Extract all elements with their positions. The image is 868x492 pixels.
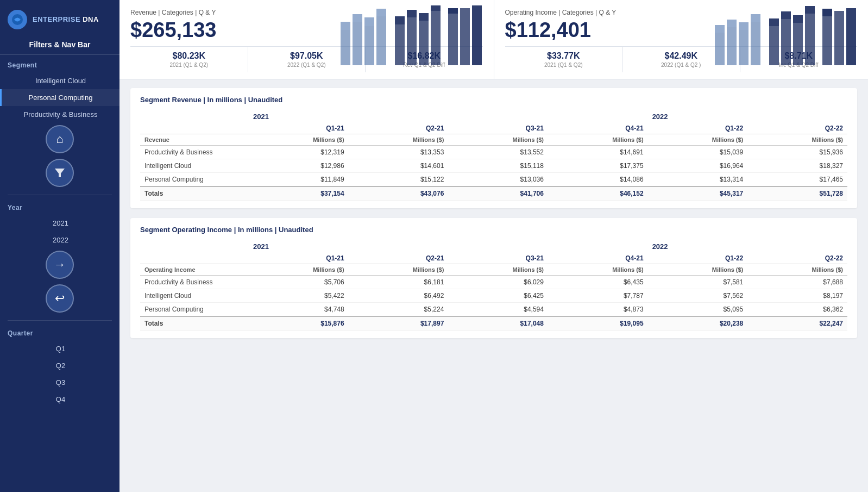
oi-totals-q1-21: $15,876: [249, 316, 349, 331]
oi-row-2-q2-21: $5,224: [349, 303, 449, 317]
sidebar-item-q1[interactable]: Q1: [0, 340, 119, 357]
filter-icon[interactable]: [46, 159, 74, 187]
svg-rect-7: [407, 17, 417, 65]
oi-row-1-label: Intelligent Cloud: [140, 289, 249, 303]
sidebar-divider-2: [8, 320, 112, 321]
rev-unit-q2-22: Millions ($): [747, 134, 847, 146]
revenue-kpi-0: $80.23K 2021 (Q1 & Q2): [130, 47, 248, 72]
svg-rect-39: [834, 11, 844, 65]
rev-row-0-q4-21: $14,691: [548, 146, 648, 159]
oi-row-2-q1-22: $5,095: [648, 303, 748, 317]
table-row: Personal Computing $4,748 $5,224 $4,594 …: [140, 303, 847, 317]
table-row: Intelligent Cloud $12,986 $14,601 $15,11…: [140, 159, 847, 173]
rev-totals-q1-21: $37,154: [249, 186, 349, 201]
back-icon[interactable]: ↩: [46, 284, 74, 313]
quarter-header-row: Q1-21 Q2-21 Q3-21 Q4-21 Q1-22 Q2-22: [140, 123, 847, 134]
sidebar-icon-row: ⌂: [0, 125, 119, 192]
svg-rect-3: [353, 22, 362, 65]
rev-q4-21-header: Q4-21: [548, 123, 648, 134]
segment-revenue-table: 2021 2022 Q1-21 Q2-21 Q3-21 Q4-21 Q1-22 …: [140, 110, 847, 201]
forward-icon[interactable]: →: [46, 251, 74, 279]
oi-row-2-label: Personal Computing: [140, 303, 249, 317]
svg-rect-9: [431, 11, 441, 65]
svg-rect-22: [715, 33, 725, 65]
rev-q3-21-header: Q3-21: [448, 123, 548, 134]
sidebar-item-q2[interactable]: Q2: [0, 357, 119, 374]
oi-2021-header: 2021: [249, 240, 648, 253]
oi-col-label-empty: [140, 253, 249, 264]
oi-totals-row: Totals $15,876 $17,897 $17,048 $19,095 $…: [140, 316, 847, 331]
rev-totals-label: Totals: [140, 186, 249, 201]
svg-rect-15: [407, 10, 417, 17]
oi-row-1-q2-21: $6,492: [349, 289, 449, 303]
sidebar-item-year-2021[interactable]: 2021: [0, 215, 119, 232]
svg-rect-10: [341, 22, 350, 30]
svg-rect-12: [364, 17, 374, 26]
rev-totals-q2-22: $51,728: [747, 186, 847, 201]
home-icon[interactable]: ⌂: [46, 125, 74, 153]
rev-empty-header: [140, 110, 249, 123]
sidebar-item-year-2022[interactable]: 2022: [0, 232, 119, 248]
rev-row-1-q2-22: $18,327: [747, 159, 847, 173]
rev-row-0-q2-21: $13,353: [349, 146, 449, 159]
sidebar-item-personal-computing[interactable]: Personal Computing: [0, 89, 119, 106]
svg-rect-4: [364, 26, 374, 65]
table-row: Productivity & Business $12,319 $13,353 …: [140, 146, 847, 159]
rev-unit-q4-21: Millions ($): [548, 134, 648, 146]
segment-revenue-section: Segment Revenue | In millions | Unaudite…: [130, 88, 857, 208]
oi-totals-q2-22: $22,247: [747, 316, 847, 331]
year-header-row: 2021 2022: [140, 110, 847, 123]
svg-rect-32: [739, 22, 749, 30]
rev-row-2-q2-21: $15,122: [349, 173, 449, 187]
oi-row-1-q2-22: $8,197: [747, 289, 847, 303]
oi-row-0-q2-22: $7,688: [747, 276, 847, 289]
rev-row-1-q4-21: $17,375: [548, 159, 648, 173]
oi-unit-q1-21: Millions ($): [249, 264, 349, 276]
svg-rect-17: [431, 5, 441, 11]
svg-rect-11: [353, 14, 362, 22]
rev-totals-q1-22: $45,317: [648, 186, 748, 201]
year-section-label: Year: [0, 197, 119, 215]
oi-q1-22-header: Q1-22: [648, 253, 748, 264]
segment-oi-table: 2021 2022 Q1-21 Q2-21 Q3-21 Q4-21 Q1-22 …: [140, 240, 847, 331]
oi-unit-q2-21: Millions ($): [349, 264, 449, 276]
operating-income-bar-chart: [709, 5, 861, 65]
svg-rect-27: [781, 19, 791, 65]
svg-rect-18: [448, 14, 458, 65]
rev-row-1-q1-21: $12,986: [249, 159, 349, 173]
oi-2022-header: 2022: [648, 240, 847, 253]
oi-row-1-q1-22: $7,562: [648, 289, 748, 303]
sidebar-item-productivity-business[interactable]: Productivity & Business: [0, 106, 119, 123]
svg-rect-19: [460, 8, 470, 65]
rev-row-1-q1-22: $16,964: [648, 159, 748, 173]
sidebar: ENTERPRISE DNA Filters & Nav Bar Segment…: [0, 0, 119, 492]
tables-area: Segment Revenue | In millions | Unaudite…: [119, 79, 868, 347]
oi-empty-header: [140, 240, 249, 253]
rev-unit-q1-21: Millions ($): [249, 134, 349, 146]
sidebar-item-q3[interactable]: Q3: [0, 374, 119, 391]
svg-rect-6: [395, 24, 405, 65]
oi-totals-q1-22: $20,238: [648, 316, 748, 331]
sidebar-item-q4[interactable]: Q4: [0, 391, 119, 408]
oi-row-0-q3-21: $6,029: [448, 276, 548, 289]
oi-row-2-q4-21: $4,873: [548, 303, 648, 317]
rev-2021-header: 2021: [249, 110, 648, 123]
oi-row-2-q1-21: $4,748: [249, 303, 349, 317]
svg-rect-34: [769, 18, 779, 26]
svg-rect-36: [793, 15, 803, 23]
sidebar-header: ENTERPRISE DNA: [0, 0, 119, 37]
table-row: Personal Computing $11,849 $15,122 $13,0…: [140, 173, 847, 187]
main-content: Revenue | Categories | Q & Y $265,133: [119, 0, 868, 492]
quarter-section-label: Quarter: [0, 323, 119, 340]
rev-q1-21-header: Q1-21: [249, 123, 349, 134]
revenue-kpi-0-label: 2021 (Q1 & Q2): [136, 62, 242, 68]
revenue-kpi-0-value: $80.23K: [136, 51, 242, 61]
charts-row: Revenue | Categories | Q & Y $265,133: [119, 0, 868, 79]
sidebar-item-intelligent-cloud[interactable]: Intelligent Cloud: [0, 72, 119, 89]
svg-rect-23: [727, 27, 737, 65]
oi-totals-label: Totals: [140, 316, 249, 331]
svg-rect-5: [376, 16, 386, 65]
oi-q1-21-header: Q1-21: [249, 253, 349, 264]
svg-rect-25: [751, 22, 760, 65]
rev-q2-21-header: Q2-21: [349, 123, 449, 134]
